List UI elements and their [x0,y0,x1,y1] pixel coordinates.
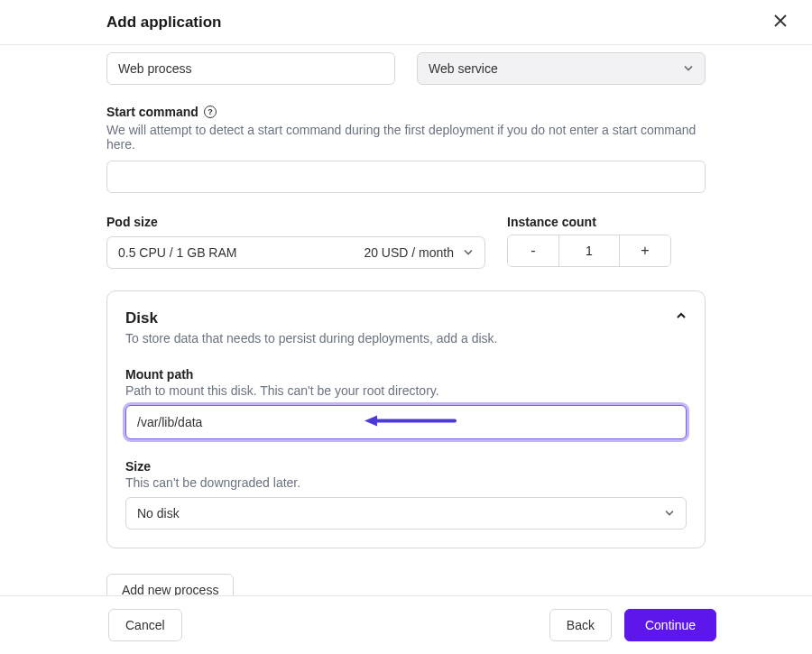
mount-path-label: Mount path [125,367,687,382]
disk-title: Disk [125,309,497,327]
start-command-helper: We will attempt to detect a start comman… [106,123,706,152]
increment-button[interactable]: + [620,235,670,266]
disk-panel: Disk To store data that needs to persist… [106,290,706,548]
pod-size-label: Pod size [106,215,485,229]
mount-path-helper: Path to mount this disk. This can't be y… [125,383,687,398]
pod-size-value: 0.5 CPU / 1 GB RAM [118,245,236,260]
close-button[interactable] [770,11,790,33]
process-type-value: Web service [429,61,498,76]
decrement-button[interactable]: - [508,235,558,266]
process-name-input[interactable]: Web process [106,52,395,85]
pod-size-price: 20 USD / month [364,245,454,260]
instance-stepper: - 1 + [507,235,671,267]
pod-size-select[interactable]: 0.5 CPU / 1 GB RAM 20 USD / month [106,236,485,269]
continue-button[interactable]: Continue [624,609,716,641]
instance-count-label: Instance count [507,215,671,229]
mount-path-input[interactable] [125,405,687,439]
disk-description: To store data that needs to persist duri… [125,331,497,345]
disk-size-select[interactable]: No disk [125,497,687,530]
start-command-input[interactable] [106,161,706,193]
instance-count-value: 1 [558,235,620,266]
disk-size-label: Size [125,459,687,474]
chevron-up-icon[interactable] [676,309,687,324]
close-icon [774,14,787,30]
start-command-label: Start command [106,105,198,119]
disk-size-helper: This can't be downgraded later. [125,475,687,490]
back-button[interactable]: Back [549,609,612,641]
disk-size-value: No disk [137,506,180,520]
process-type-select[interactable]: Web service [417,52,706,85]
modal-title: Add application [106,14,222,32]
chevron-down-icon [463,245,474,260]
process-name-value: Web process [118,61,191,76]
cancel-button[interactable]: Cancel [108,609,182,641]
chevron-down-icon [683,61,694,76]
help-icon[interactable]: ? [204,106,217,118]
chevron-down-icon [664,506,675,520]
